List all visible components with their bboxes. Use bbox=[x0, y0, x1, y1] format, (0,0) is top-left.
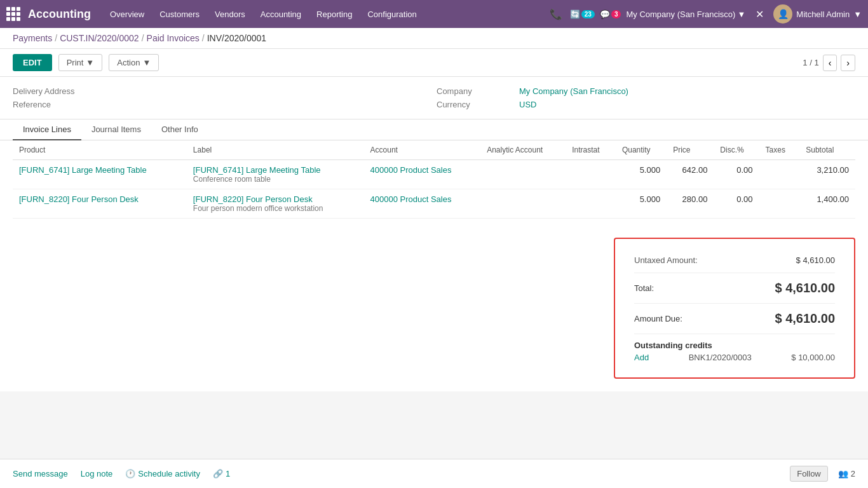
col-label: Label bbox=[187, 140, 364, 160]
main-nav: Overview Customers Vendors Accounting Re… bbox=[104, 7, 547, 22]
col-taxes: Taxes bbox=[759, 140, 800, 160]
untaxed-value: $ 4,610.00 bbox=[778, 255, 835, 265]
phone-icon[interactable]: 📞 bbox=[547, 5, 565, 23]
untaxed-label: Untaxed Amount: bbox=[634, 255, 698, 265]
divider-3 bbox=[634, 334, 835, 334]
col-quantity: Quantity bbox=[616, 140, 667, 160]
col-analytic: Analytic Account bbox=[480, 140, 566, 160]
row2-label-sub: Four person modern office workstation bbox=[193, 204, 358, 213]
outstanding-ref: BNK1/2020/0003 bbox=[689, 353, 752, 362]
currency-value: USD bbox=[519, 100, 536, 109]
user-menu[interactable]: 👤 Mitchell Admin ▼ bbox=[773, 4, 862, 24]
activity-badge-btn[interactable]: 🔄 23 bbox=[570, 10, 595, 19]
main-content: Delivery Address Reference Company My Co… bbox=[0, 77, 868, 391]
print-dropdown-icon: ▼ bbox=[86, 58, 94, 67]
user-dropdown-icon: ▼ bbox=[853, 10, 862, 19]
row2-analytic bbox=[480, 189, 566, 219]
nav-accounting[interactable]: Accounting bbox=[254, 7, 308, 22]
row1-taxes bbox=[759, 160, 800, 189]
product-link-1[interactable]: [FURN_6741] Large Meeting Table bbox=[19, 165, 147, 175]
total-value: $ 4,610.00 bbox=[775, 281, 835, 295]
row2-account: 400000 Product Sales bbox=[364, 189, 481, 219]
divider-1 bbox=[634, 273, 835, 273]
prev-button[interactable]: ‹ bbox=[823, 55, 837, 71]
untaxed-row: Untaxed Amount: $ 4,610.00 bbox=[634, 252, 835, 269]
tab-journal-items[interactable]: Journal Items bbox=[81, 119, 151, 140]
table-header-row: Product Label Account Analytic Account I… bbox=[13, 140, 855, 160]
toolbar: EDIT Print ▼ Action ▼ 1 / 1 ‹ › bbox=[0, 49, 868, 77]
breadcrumb-sep-2: / bbox=[142, 33, 144, 43]
breadcrumb-sep-3: / bbox=[202, 33, 205, 43]
table-row: [FURN_8220] Four Person Desk [FURN_8220]… bbox=[13, 189, 855, 219]
total-row: Total: $ 4,610.00 bbox=[634, 277, 835, 299]
divider-2 bbox=[634, 303, 835, 304]
user-name: Mitchell Admin bbox=[796, 10, 850, 19]
app-title: Accounting bbox=[28, 8, 91, 21]
company-selector[interactable]: My Company (San Francisco) ▼ bbox=[626, 10, 745, 19]
action-dropdown-icon: ▼ bbox=[142, 58, 151, 67]
outstanding-add-link[interactable]: Add bbox=[634, 353, 649, 362]
company-row: Company My Company (San Francisco) bbox=[437, 85, 855, 98]
breadcrumb-current: INV/2020/0001 bbox=[207, 33, 266, 43]
message-badge-btn[interactable]: 💬 3 bbox=[600, 10, 621, 19]
message-count: 3 bbox=[611, 10, 621, 18]
row1-analytic bbox=[480, 160, 566, 189]
row2-intrastat bbox=[566, 189, 616, 219]
activity-icon: 🔄 bbox=[570, 10, 580, 19]
avatar: 👤 bbox=[773, 4, 792, 24]
app-logo[interactable]: Accounting bbox=[6, 7, 91, 21]
close-icon[interactable]: ✕ bbox=[750, 5, 768, 23]
row2-disc: 0.00 bbox=[714, 189, 759, 219]
company-value: My Company (San Francisco) bbox=[519, 86, 628, 96]
reference-row: Reference bbox=[13, 98, 431, 111]
outstanding-row: Add BNK1/2020/0003 $ 10,000.00 bbox=[634, 350, 835, 365]
print-label: Print bbox=[67, 58, 84, 67]
action-button[interactable]: Action ▼ bbox=[109, 54, 159, 71]
row1-label: [FURN_6741] Large Meeting Table Conferen… bbox=[187, 160, 364, 189]
breadcrumb-paid[interactable]: Paid Invoices bbox=[147, 33, 200, 43]
reference-label: Reference bbox=[13, 100, 89, 109]
col-intrastat: Intrastat bbox=[566, 140, 616, 160]
toolbar-right: 1 / 1 ‹ › bbox=[803, 55, 855, 71]
currency-row: Currency USD bbox=[437, 98, 855, 111]
nav-vendors[interactable]: Vendors bbox=[208, 7, 252, 22]
row2-taxes bbox=[759, 189, 800, 219]
edit-button[interactable]: EDIT bbox=[13, 54, 52, 71]
invoice-table-section: Product Label Account Analytic Account I… bbox=[0, 140, 868, 231]
pagination: 1 / 1 bbox=[803, 58, 818, 67]
summary-area: Untaxed Amount: $ 4,610.00 Total: $ 4,61… bbox=[0, 231, 868, 391]
tabs: Invoice Lines Journal Items Other Info bbox=[0, 119, 868, 140]
tab-other-info[interactable]: Other Info bbox=[151, 119, 208, 140]
company-field-label: Company bbox=[437, 86, 513, 96]
nav-overview[interactable]: Overview bbox=[104, 7, 151, 22]
row1-disc: 0.00 bbox=[714, 160, 759, 189]
row1-quantity: 5.000 bbox=[616, 160, 667, 189]
summary-box: Untaxed Amount: $ 4,610.00 Total: $ 4,61… bbox=[614, 238, 855, 379]
row1-intrastat bbox=[566, 160, 616, 189]
topnav-right: 📞 🔄 23 💬 3 My Company (San Francisco) ▼ … bbox=[547, 4, 862, 24]
currency-field-label: Currency bbox=[437, 100, 513, 109]
print-button[interactable]: Print ▼ bbox=[58, 54, 103, 71]
breadcrumb-payments[interactable]: Payments bbox=[13, 33, 52, 43]
form-section: Delivery Address Reference Company My Co… bbox=[0, 77, 868, 119]
table-row: [FURN_6741] Large Meeting Table [FURN_67… bbox=[13, 160, 855, 189]
account-link-2[interactable]: 400000 Product Sales bbox=[370, 194, 452, 204]
row1-label-main: [FURN_6741] Large Meeting Table bbox=[193, 165, 358, 175]
nav-customers[interactable]: Customers bbox=[153, 7, 206, 22]
row2-quantity: 5.000 bbox=[616, 189, 667, 219]
company-name: My Company (San Francisco) bbox=[626, 10, 735, 19]
row2-subtotal: 1,400.00 bbox=[799, 189, 855, 219]
outstanding-amount: $ 10,000.00 bbox=[791, 353, 835, 362]
tab-invoice-lines[interactable]: Invoice Lines bbox=[13, 119, 81, 140]
next-button[interactable]: › bbox=[841, 55, 855, 71]
nav-configuration[interactable]: Configuration bbox=[361, 7, 423, 22]
row2-label: [FURN_8220] Four Person Desk Four person… bbox=[187, 189, 364, 219]
account-link-1[interactable]: 400000 Product Sales bbox=[370, 165, 452, 175]
total-label: Total: bbox=[634, 283, 654, 293]
amount-due-label: Amount Due: bbox=[634, 314, 682, 323]
nav-reporting[interactable]: Reporting bbox=[310, 7, 358, 22]
message-icon: 💬 bbox=[600, 10, 610, 19]
breadcrumb-cust[interactable]: CUST.IN/2020/0002 bbox=[60, 33, 139, 43]
row2-product: [FURN_8220] Four Person Desk bbox=[13, 189, 187, 219]
product-link-2[interactable]: [FURN_8220] Four Person Desk bbox=[19, 194, 139, 204]
